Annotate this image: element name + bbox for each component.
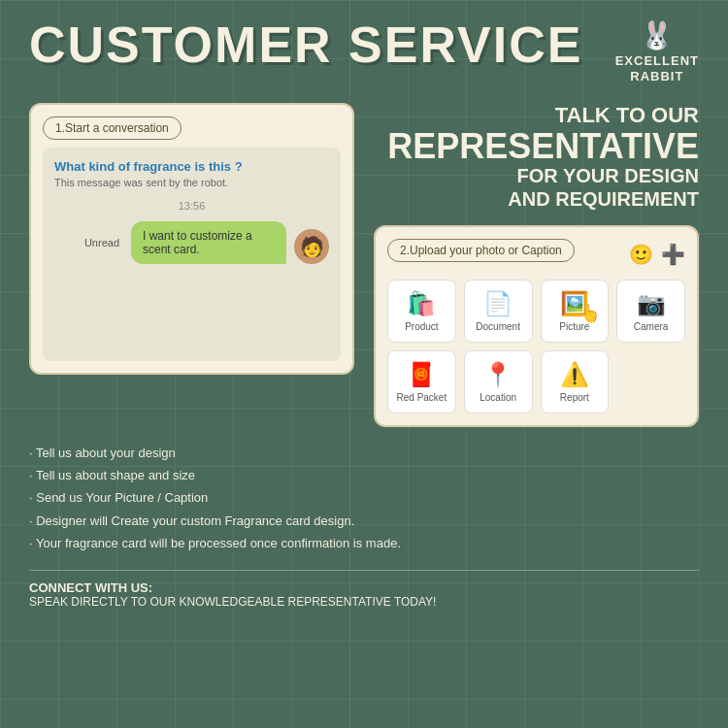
rep-sub-design: FOR YOUR DESIGN: [374, 164, 699, 187]
page-title: CUSTOMER SERVICE: [29, 19, 582, 70]
upload-panel: 2.Upload your photo or Caption 🙂 ➕ 🛍️ Pr…: [374, 225, 699, 427]
location-label: Location: [480, 392, 516, 403]
main-layout: 1.Start a conversation What kind of frag…: [29, 103, 699, 426]
report-label: Report: [560, 392, 589, 403]
upload-item-camera[interactable]: 📷 Camera: [616, 280, 685, 343]
bot-sub: This message was sent by the robot.: [54, 177, 329, 188]
logo: 🐰 EXCELLENT RABBIT: [615, 19, 699, 83]
chat-body: What kind of fragrance is this ? This me…: [43, 148, 341, 361]
upload-item-picture[interactable]: 🖼️ Picture 👆: [541, 280, 610, 343]
cursor-hand-icon: 👆: [579, 303, 600, 324]
rep-sub-req: AND REQUIREMENT: [374, 187, 699, 211]
representative-text: TALK TO OUR REPRESENTATIVE FOR YOUR DESI…: [374, 103, 699, 210]
bullet-item: Send us Your Picture / Caption: [29, 486, 699, 509]
connect-section: CONNECT WITH US: SPEAK DIRECTLY TO OUR K…: [29, 570, 699, 609]
bullet-list: Tell us about your designTell us about s…: [29, 442, 699, 555]
chat-bubble: I want to customize a scent card.: [131, 221, 286, 264]
product-icon: 🛍️: [407, 290, 436, 317]
document-icon: 📄: [483, 290, 513, 317]
document-label: Document: [476, 321, 520, 332]
bullet-item: Your fragrance card will be processed on…: [29, 532, 699, 554]
connect-title: CONNECT WITH US:: [29, 580, 699, 595]
upload-item-document[interactable]: 📄 Document: [464, 280, 533, 343]
upload-grid: 🛍️ Product 📄 Document 🖼️ Picture 👆: [387, 280, 685, 414]
header: CUSTOMER SERVICE 🐰 EXCELLENT RABBIT: [29, 19, 699, 83]
upload-item-redpacket[interactable]: 🧧 Red Packet: [387, 350, 456, 414]
connect-subtitle: SPEAK DIRECTLY TO OUR KNOWLEDGEABLE REPR…: [29, 595, 699, 609]
upload-item-product[interactable]: 🛍️ Product: [387, 280, 456, 343]
upload-item-location[interactable]: 📍 Location: [464, 350, 533, 414]
logo-text: EXCELLENT RABBIT: [615, 53, 699, 83]
left-panel: 1.Start a conversation What kind of frag…: [29, 103, 354, 375]
rep-talk: TALK TO OUR: [374, 103, 699, 128]
bottom-section: Tell us about your designTell us about s…: [29, 442, 699, 555]
rep-main: REPRESENTATIVE: [374, 129, 699, 164]
chat-user-row: Unread I want to customize a scent card.…: [54, 221, 329, 264]
step1-label: 1.Start a conversation: [43, 116, 182, 140]
upload-action-icons: 🙂 ➕: [629, 243, 685, 266]
bullets-container: Tell us about your designTell us about s…: [29, 442, 699, 555]
redpacket-icon: 🧧: [407, 361, 436, 388]
camera-label: Camera: [634, 321, 669, 332]
unread-label: Unread: [84, 237, 119, 248]
location-icon: 📍: [483, 361, 513, 388]
bot-question: What kind of fragrance is this ?: [54, 159, 329, 174]
product-label: Product: [405, 321, 438, 332]
chat-window: 1.Start a conversation What kind of frag…: [29, 103, 354, 375]
bullet-item: Tell us about shape and size: [29, 464, 699, 486]
bullet-item: Tell us about your design: [29, 442, 699, 464]
report-icon: ⚠️: [560, 361, 589, 388]
right-panel: TALK TO OUR REPRESENTATIVE FOR YOUR DESI…: [374, 103, 699, 426]
camera-icon: 📷: [637, 290, 666, 317]
upload-item-report[interactable]: ⚠️ Report: [541, 350, 610, 414]
add-icon[interactable]: ➕: [661, 243, 685, 266]
chat-avatar: 🧑: [294, 229, 329, 264]
bullet-item: Designer will Create your custom Fragran…: [29, 510, 699, 532]
chat-time: 13:56: [54, 200, 329, 212]
logo-icon: 🐰: [640, 19, 674, 51]
upload-header: 2.Upload your photo or Caption 🙂 ➕: [387, 239, 685, 270]
bot-message: What kind of fragrance is this ? This me…: [54, 159, 329, 188]
step2-label: 2.Upload your photo or Caption: [387, 239, 575, 262]
emoji-icon[interactable]: 🙂: [629, 243, 653, 266]
redpacket-label: Red Packet: [397, 392, 447, 403]
